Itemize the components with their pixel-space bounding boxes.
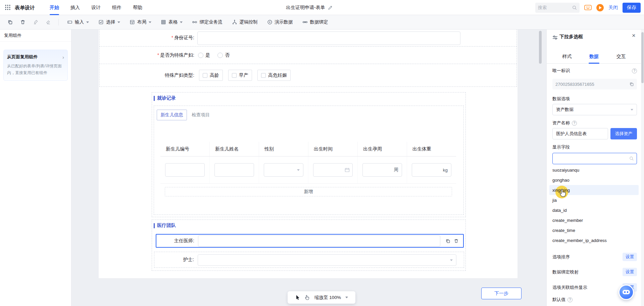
tab-newborn-info[interactable]: 新生儿信息 xyxy=(157,110,187,120)
option-sort-settings-button[interactable]: 设置 xyxy=(623,253,637,261)
tab-check-items[interactable]: 检查项目 xyxy=(192,110,210,120)
checkbox-option-high-risk[interactable]: 高危妊娠 xyxy=(257,70,291,81)
topbar-search-box[interactable] xyxy=(535,3,580,13)
next-step-button[interactable]: 下一步 xyxy=(481,288,522,299)
display-field-search-input[interactable] xyxy=(552,153,637,164)
window-scrollbar[interactable] xyxy=(641,29,644,306)
visit-records-section[interactable]: 就诊记录 新生儿信息 检查项目 新生儿编号 新生儿姓名 性别 出生时间 出生孕周… xyxy=(152,92,466,217)
select-asset-button[interactable]: 选择资产 xyxy=(610,128,637,139)
chief-physician-select[interactable] xyxy=(198,235,440,247)
shortcut-keyboard-icon[interactable] xyxy=(584,5,592,10)
special-mother-type-field[interactable]: 特殊产妇类型: 高龄 早产 高危妊娠 xyxy=(99,64,517,87)
list-item-data-id[interactable]: data_id xyxy=(549,205,639,215)
toolbar-select-button[interactable]: 选择 xyxy=(95,17,124,27)
column-header: 出生孕周 xyxy=(358,142,407,156)
id-number-field[interactable]: *身份证号: xyxy=(99,29,517,47)
cursor-tool-icon[interactable] xyxy=(295,295,300,300)
close-link[interactable]: 关闭 xyxy=(608,5,618,11)
hand-tool-icon[interactable] xyxy=(305,295,310,300)
toolbar-input-button[interactable]: 输入 xyxy=(63,17,93,27)
reuse-card-title: 从页面复用组件 xyxy=(7,54,38,60)
chevron-down-icon[interactable] xyxy=(345,297,348,298)
tutorial-play-icon[interactable] xyxy=(596,4,604,11)
menu-item-component[interactable]: 组件 xyxy=(112,0,121,15)
tab-interaction[interactable]: 交互 xyxy=(616,49,626,64)
option-sort-row: 选项排序 设置 xyxy=(552,253,637,261)
format-brush-icon[interactable] xyxy=(30,17,41,27)
window-scrollbar-thumb[interactable] xyxy=(641,32,644,83)
copy-id-icon[interactable] xyxy=(629,82,634,86)
list-item-create-time[interactable]: create_time xyxy=(549,225,639,235)
birth-weight-input[interactable]: kg xyxy=(412,163,451,177)
delete-component-icon[interactable] xyxy=(454,238,459,243)
list-item-gonghao[interactable]: gonghao xyxy=(549,175,639,185)
zoom-level-label[interactable]: 缩放至 100% xyxy=(314,295,341,301)
toolbar-demo-data-button[interactable]: 演示数据 xyxy=(263,17,297,27)
nurse-field[interactable]: 护士: xyxy=(154,252,464,268)
field-options-list: suozaiyuanqu gonghao xingming jia data_i… xyxy=(549,165,639,245)
menu-item-start[interactable]: 开始 xyxy=(50,0,59,15)
toolbar-bind-flow-button[interactable]: 绑定业务流 xyxy=(188,17,226,27)
chief-physician-field-selected[interactable]: 主任医师: xyxy=(156,234,464,248)
newborn-number-input[interactable] xyxy=(165,163,205,177)
birth-time-date-picker[interactable] xyxy=(313,163,353,177)
radio-yes[interactable]: 是 xyxy=(198,52,210,58)
data-binding-map-settings-button[interactable]: 设置 xyxy=(623,268,637,276)
visit-tabs-component[interactable]: 新生儿信息 检查项目 新生儿编号 新生儿姓名 性别 出生时间 出生孕周 出生体重 xyxy=(154,106,464,215)
display-field-label: 显示字段 xyxy=(552,144,570,150)
save-button[interactable]: 保存 xyxy=(623,3,641,13)
chevron-down-icon xyxy=(631,109,633,111)
demo-icon xyxy=(267,19,273,25)
chevron-down-icon xyxy=(86,21,89,23)
canvas-scrollbar[interactable] xyxy=(539,31,542,305)
reuse-from-page-card[interactable]: 从页面复用组件 › 从已配好的表单/列表/详情页面内，直接复用已有组件 xyxy=(3,50,68,81)
medical-team-section[interactable]: 医疗团队 主任医师: 护士: xyxy=(152,220,466,271)
mouse-hand-cursor xyxy=(559,188,567,197)
close-icon[interactable]: × xyxy=(632,33,636,39)
eraser-icon[interactable] xyxy=(43,17,54,27)
special-mother-field[interactable]: *是否为特殊产妇: 是 否 xyxy=(99,46,517,64)
menu-item-insert[interactable]: 插入 xyxy=(70,0,80,15)
display-field-row: 显示字段 xyxy=(552,144,637,150)
list-item-suozaiyuanqu[interactable]: suozaiyuanqu xyxy=(549,165,639,175)
tab-data[interactable]: 数据 xyxy=(589,49,599,64)
canvas-scrollbar-thumb[interactable] xyxy=(539,31,542,64)
gestation-week-input[interactable]: 周 xyxy=(362,163,402,177)
rename-pencil-icon[interactable] xyxy=(328,5,333,10)
id-number-input[interactable] xyxy=(197,32,460,45)
list-item-create-member-ip[interactable]: create_member_ip_address xyxy=(549,235,639,245)
menu-item-design[interactable]: 设计 xyxy=(91,0,101,15)
delete-icon[interactable] xyxy=(17,17,28,27)
form-canvas[interactable]: *身份证号: *是否为特殊产妇: 是 否 特殊产妇类型: 高龄 早产 高危妊娠 xyxy=(71,29,546,306)
checkbox-option-advanced-age[interactable]: 高龄 xyxy=(199,70,223,81)
data-source-select[interactable]: 资产数据 xyxy=(552,104,637,115)
add-row-button[interactable]: 新增 xyxy=(165,187,452,196)
topbar-search-input[interactable] xyxy=(538,5,572,10)
help-icon[interactable]: ? xyxy=(567,297,573,302)
toolbar-table-button[interactable]: 表格 xyxy=(157,17,186,27)
toolbar-data-binding-button[interactable]: 数据绑定 xyxy=(299,17,332,27)
toolbar-divider xyxy=(58,19,59,25)
radio-no[interactable]: 否 xyxy=(217,52,230,58)
help-icon[interactable]: ? xyxy=(632,68,637,73)
gender-select[interactable] xyxy=(264,163,303,177)
checkbox-option-premature[interactable]: 早产 xyxy=(228,70,252,81)
tab-style[interactable]: 样式 xyxy=(562,49,572,64)
id-number-label: *身份证号: xyxy=(100,35,194,41)
toolbar-layout-button[interactable]: 布局 xyxy=(126,17,155,27)
search-icon xyxy=(572,5,577,10)
toolbar-logic-button[interactable]: 逻辑控制 xyxy=(228,17,261,27)
list-item-create-member[interactable]: create_member xyxy=(549,215,639,225)
assistant-avatar[interactable] xyxy=(618,285,634,300)
panel-tabs: 样式 数据 交互 xyxy=(547,49,641,64)
calendar-icon xyxy=(345,168,350,173)
apps-grid-icon[interactable] xyxy=(5,4,11,10)
nurse-select[interactable] xyxy=(198,254,456,266)
duplicate-component-icon[interactable] xyxy=(445,238,450,243)
menu-item-help[interactable]: 帮助 xyxy=(133,0,142,15)
help-icon[interactable]: ? xyxy=(572,121,577,126)
asset-name-input[interactable]: 医护人员信息表 xyxy=(552,128,608,139)
copy-icon[interactable] xyxy=(5,17,15,27)
nurse-label: 护士: xyxy=(154,257,194,263)
newborn-name-input[interactable] xyxy=(214,163,254,177)
